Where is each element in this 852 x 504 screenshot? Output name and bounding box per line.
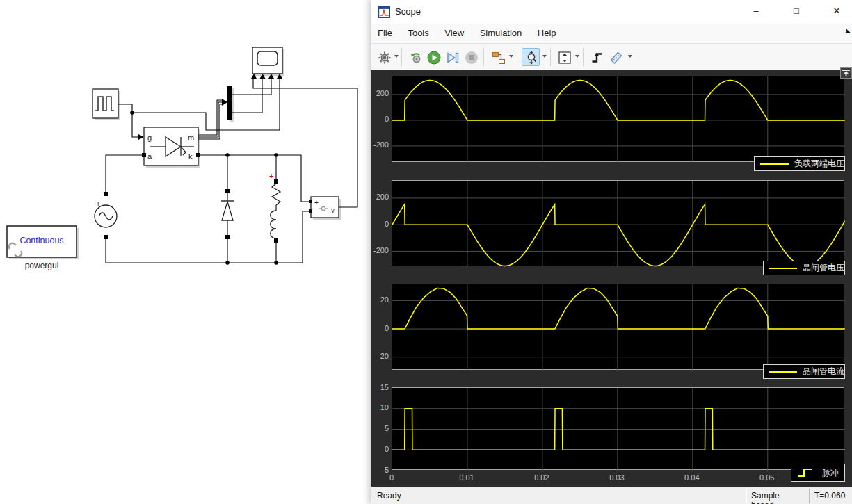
wire-bottom-rail: [106, 211, 309, 263]
legend-text: 负载两端电压: [794, 158, 844, 170]
signal-selector-button[interactable]: [489, 48, 507, 66]
pulse-generator-block[interactable]: [93, 89, 118, 118]
trace-thyristor-voltage: [392, 204, 845, 266]
thyristor-block[interactable]: g m a k: [142, 127, 200, 165]
port-label-a: a: [147, 152, 152, 161]
run-button[interactable]: [424, 48, 442, 66]
demux-block[interactable]: [227, 86, 232, 120]
rl-load-block[interactable]: +: [269, 172, 280, 243]
plot-load-voltage[interactable]: [392, 76, 844, 162]
scope-plot-area: 负载两端电压 晶闸管电压 晶闸管电流 脉冲 2000-2002000-20020…: [371, 70, 852, 487]
signal-selector-icon: [492, 51, 506, 65]
simulation-settings-button[interactable]: [406, 48, 424, 66]
wire-anode-source: [106, 155, 142, 192]
vmeas-plus: +: [314, 199, 319, 206]
y-tick-label: 200: [371, 193, 389, 201]
vmeas-port-minus: [309, 209, 312, 213]
port-k: [196, 153, 200, 157]
title-bar: Scope – □ ✕: [371, 0, 852, 24]
vmeas-v-label: v: [331, 206, 335, 214]
port-label-m: m: [188, 133, 194, 142]
gear-icon: [378, 51, 392, 65]
menu-file[interactable]: File: [371, 24, 399, 42]
legend-text: 脉冲: [822, 467, 839, 479]
legend-text: 晶闸管电流: [803, 366, 844, 377]
menu-view[interactable]: View: [438, 24, 470, 42]
waveform-gate-pulse: [392, 388, 845, 471]
plot-gate-pulse[interactable]: [392, 387, 844, 470]
step-forward-button[interactable]: [443, 48, 461, 66]
settings-gear-button[interactable]: [375, 48, 393, 66]
y-tick-label: -200: [371, 140, 389, 149]
powergui-block[interactable]: Continuous powergui: [7, 226, 77, 270]
measurements-button[interactable]: [606, 48, 625, 66]
minimize-button[interactable]: –: [740, 0, 772, 22]
waveform-thyristor-current: [392, 284, 845, 371]
port-label-k: k: [188, 152, 193, 161]
settings-dropdown-caret[interactable]: [394, 55, 399, 58]
menu-tools[interactable]: Tools: [401, 24, 435, 42]
voltage-measurement-block[interactable]: + - v: [309, 197, 339, 218]
source-port-top: [104, 192, 108, 196]
wire-demux-out2: [232, 79, 262, 113]
scope-window: Scope – □ ✕ File Tools View Simulation H…: [371, 0, 852, 504]
fit-dropdown-caret[interactable]: [575, 55, 579, 58]
plot-thyristor-voltage[interactable]: [392, 180, 844, 266]
zoom-dropdown-caret[interactable]: [542, 55, 547, 58]
y-tick-label: -20: [371, 352, 389, 360]
gate-input-arrow: [138, 134, 144, 140]
source-plus-label: +: [96, 200, 100, 208]
resistor-zigzag: [272, 184, 280, 205]
trigger-button[interactable]: [588, 48, 606, 66]
maximize-button[interactable]: □: [780, 0, 812, 22]
inductor-coil: [271, 211, 276, 238]
ac-voltage-source-block[interactable]: +: [95, 192, 117, 239]
demux-input-arrow: [222, 99, 227, 106]
vmeas-minus: -: [315, 209, 317, 216]
signal-selector-caret[interactable]: [509, 55, 513, 58]
y-tick-label: 0: [371, 324, 389, 332]
legend-line-sample: [769, 268, 797, 269]
run-icon: [427, 51, 441, 65]
close-button[interactable]: ✕: [821, 0, 852, 22]
rl-plus-label: +: [269, 172, 273, 180]
wire-cathode-rail: [200, 155, 309, 202]
plot-thyristor-current[interactable]: [392, 284, 844, 370]
diode-triangle: [222, 202, 233, 220]
scope-block[interactable]: [251, 47, 282, 79]
trace-load-voltage: [392, 81, 845, 120]
y-tick-label: 200: [371, 89, 389, 97]
zoom-y-button[interactable]: [522, 48, 540, 66]
legend-stair-sample: [796, 466, 817, 480]
gear-arrow-icon: [409, 51, 423, 65]
rl-port-bottom: [274, 238, 278, 243]
diode-port-bottom: [225, 235, 230, 239]
status-sim-time: T=0.060: [809, 489, 852, 503]
x-tick-label: 0.04: [677, 473, 707, 482]
step-forward-icon: [446, 51, 460, 65]
overflow-arrow-icon[interactable]: ➤: [843, 26, 852, 37]
y-tick-label: 20: [371, 295, 389, 304]
powergui-label: powergui: [25, 261, 59, 270]
status-ready: Ready: [377, 491, 401, 501]
waveform-load-voltage: [392, 76, 845, 163]
fit-to-view-icon: [558, 51, 572, 65]
x-tick-label: 0.05: [752, 473, 782, 482]
menu-help[interactable]: Help: [531, 24, 563, 42]
x-tick-label: 0.03: [602, 473, 632, 482]
measurements-caret[interactable]: [628, 55, 632, 58]
menu-simulation[interactable]: Simulation: [474, 24, 529, 42]
hoist-button[interactable]: [840, 67, 852, 79]
fit-to-view-button[interactable]: [555, 48, 573, 66]
y-tick-label: 0: [371, 220, 389, 228]
y-tick-label: -200: [371, 246, 389, 254]
wire-pulse-to-gate: [118, 104, 138, 137]
legend-thyristor-current: 晶闸管电流: [763, 364, 845, 379]
stop-button[interactable]: [462, 48, 480, 66]
stop-icon: [465, 51, 479, 65]
port-a: [142, 153, 146, 157]
legend-thyristor-voltage: 晶闸管电压: [763, 261, 845, 275]
legend-load-voltage: 负载两端电压: [754, 156, 845, 171]
simulink-model-canvas: g m a k +: [0, 0, 371, 504]
toolbar: [371, 43, 852, 70]
